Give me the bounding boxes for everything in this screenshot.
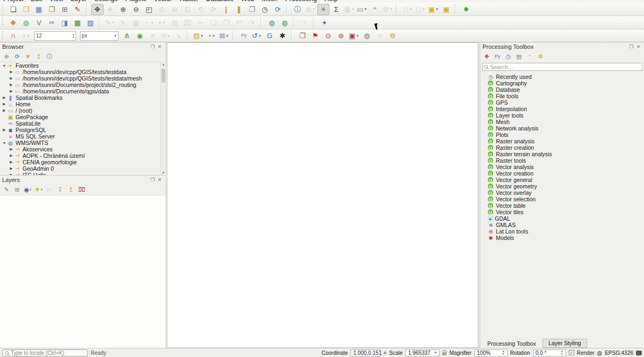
results-viewer-button[interactable]: ▤ bbox=[514, 52, 524, 61]
add-geopackage-layer-button[interactable]: ◍ bbox=[20, 17, 32, 28]
tree-item-ms-sql-server[interactable]: »MS SQL Server bbox=[0, 133, 165, 140]
new-bookmark-button[interactable]: ❙ bbox=[220, 4, 232, 15]
tree-item-raster-tools[interactable]: QRaster tools bbox=[480, 157, 644, 164]
field-calculator-button[interactable]: ▣ bbox=[440, 4, 452, 15]
tree-item-raster-terrain-analysis[interactable]: QRaster terrain analysis bbox=[480, 151, 644, 157]
tree-item-spatial-bookmarks[interactable]: ▶❚Spatial Bookmarks bbox=[0, 94, 165, 101]
processing-float-button[interactable]: ❐ bbox=[628, 44, 635, 49]
tree-item-geopackage[interactable]: ▣GeoPackage bbox=[0, 114, 165, 120]
add-raster-layer-button[interactable]: ▦ bbox=[71, 17, 84, 28]
browser-refresh-button[interactable]: ⟳ bbox=[12, 52, 22, 61]
quick-map-pin-button[interactable]: ⚑ bbox=[309, 30, 321, 41]
tree-item-plots[interactable]: QPlots bbox=[480, 132, 644, 138]
tree-item-postgresql[interactable]: ▶◙PostgreSQL bbox=[0, 127, 165, 133]
add-group-button[interactable]: ⊞ bbox=[12, 185, 22, 194]
tree-item-vector-overlay[interactable]: QVector overlay bbox=[480, 190, 644, 196]
zoom-to-coordinates-button[interactable]: ⊚ bbox=[335, 30, 347, 41]
measure-button[interactable]: ▭▼ bbox=[356, 4, 368, 15]
tab-layer-styling[interactable]: Layer Styling bbox=[543, 339, 587, 348]
copy-coordinates-button[interactable]: ❐ bbox=[296, 30, 309, 41]
tree-item-vector-geometry[interactable]: QVector geometry bbox=[480, 183, 644, 190]
tree-item-vector-table[interactable]: QVector table bbox=[480, 202, 644, 209]
crs-indicator[interactable]: EPSG:4326 bbox=[605, 350, 633, 356]
map-tips-button[interactable]: ❝ bbox=[369, 4, 381, 15]
plugin-settings-button[interactable]: ⚙ bbox=[386, 30, 399, 41]
add-arcgis-service-button[interactable]: ◍ bbox=[279, 17, 291, 28]
tree-item-lat-lon-tools[interactable]: ⊕Lat Lon tools bbox=[480, 228, 644, 235]
expand-arrow-icon[interactable]: ▶ bbox=[9, 166, 14, 171]
new-shapefile-layer-button[interactable]: ✑ bbox=[46, 17, 58, 28]
expand-arrow-icon[interactable]: ▶ bbox=[9, 76, 14, 81]
tree-item-geoadmin-0[interactable]: ▶⊣GeoAdmin 0 bbox=[0, 165, 165, 172]
extents-toggle-icon[interactable]: ⌖ bbox=[383, 349, 386, 356]
menu-web[interactable]: Web bbox=[241, 0, 254, 3]
menu-project[interactable]: Project bbox=[3, 0, 23, 3]
metasearch-button[interactable]: ✹ bbox=[460, 4, 472, 15]
add-delimited-text-layer-button[interactable]: ◨ bbox=[58, 17, 71, 28]
layer-labeling-options-button[interactable]: ▤▼ bbox=[192, 30, 204, 41]
statistics-button[interactable]: Σ bbox=[330, 4, 342, 15]
layers-close-button[interactable]: ✕ bbox=[156, 177, 163, 183]
expand-arrow-icon[interactable]: ▶ bbox=[9, 89, 14, 93]
menu-settings[interactable]: Settings bbox=[94, 0, 118, 3]
toolbar-handle[interactable] bbox=[2, 18, 5, 27]
tree-item-mesh[interactable]: QMesh bbox=[480, 119, 644, 125]
models-menu-button[interactable]: ❖ bbox=[482, 52, 492, 61]
georeferencer-button[interactable]: ✦ bbox=[318, 17, 331, 28]
tree-item-itc-halle[interactable]: ▶⊣ITC Halle bbox=[0, 172, 165, 175]
scale-combobox[interactable]: 1:965337▼ bbox=[405, 349, 440, 356]
collapse-all-button[interactable]: ↥ bbox=[66, 185, 76, 194]
expand-arrow-icon[interactable]: ▶ bbox=[9, 160, 14, 164]
topological-editing-button[interactable]: ⋔ bbox=[121, 30, 133, 41]
snapping-tolerance-spinbox[interactable]: 12 ▲▼ bbox=[34, 31, 76, 41]
scripts-menu-button[interactable]: Py bbox=[493, 52, 502, 61]
magnifier-spinbox[interactable]: 100% ▲▼ bbox=[474, 349, 508, 356]
snapping-toggle-button[interactable]: ∩ bbox=[7, 30, 19, 41]
tree-item-cenia-geomorfologie[interactable]: ▶⊣CENIA geomorfologie bbox=[0, 159, 165, 165]
pin-labels-button[interactable]: ⊠▼ bbox=[218, 30, 230, 41]
toolbar-handle[interactable] bbox=[2, 4, 5, 14]
menu-processing[interactable]: Processing bbox=[285, 0, 317, 3]
menu-raster[interactable]: Raster bbox=[180, 0, 199, 3]
expand-arrow-icon[interactable]: ▶ bbox=[9, 154, 14, 158]
processing-close-button[interactable]: ✕ bbox=[635, 44, 642, 49]
tree-item-spatialite[interactable]: ✑SpatiaLite bbox=[0, 120, 165, 127]
collapse-arrow-icon[interactable]: ▼ bbox=[2, 64, 7, 68]
new-project-button[interactable]: ❏ bbox=[7, 4, 19, 15]
tree-item-network-analysis[interactable]: QNetwork analysis bbox=[480, 125, 644, 132]
python-console-button[interactable]: Py bbox=[238, 30, 250, 41]
map-canvas[interactable] bbox=[167, 42, 478, 348]
tree-item-wms-wmts[interactable]: ▼◍WMS/WMTS bbox=[0, 140, 165, 146]
reload-plugins-button[interactable]: ↺▼ bbox=[251, 30, 263, 41]
layers-list-empty[interactable] bbox=[0, 195, 165, 348]
browser-scrollbar[interactable]: ▲ ▼ bbox=[160, 62, 165, 175]
zoom-out-button[interactable]: ⊖ bbox=[130, 4, 142, 15]
tab-processing-toolbox[interactable]: Processing Toolbox bbox=[482, 340, 541, 348]
tree-item-home-isunni-dev-cpp-qgis-tests-testdata[interactable]: ▶▭/home/isunni/dev/cpp/QGIS/tests/testda… bbox=[0, 69, 165, 75]
toolbar-handle[interactable] bbox=[2, 31, 5, 41]
select-by-expression-button[interactable]: ▣▼ bbox=[427, 4, 440, 15]
filter-legend-button[interactable]: ▼▼ bbox=[34, 185, 43, 194]
tree-item-favorites[interactable]: ▼★Favorites bbox=[0, 62, 165, 69]
processing-search-input[interactable]: Search… bbox=[482, 63, 642, 71]
render-checkbox[interactable]: ✓ bbox=[569, 350, 574, 355]
tree-item-gmlas[interactable]: GGMLAS bbox=[480, 222, 644, 228]
tree-item-interpolation[interactable]: QInterpolation bbox=[480, 106, 644, 112]
spin-arrows-icon[interactable]: ▲▼ bbox=[72, 33, 75, 39]
history-button[interactable]: ◷ bbox=[503, 52, 513, 61]
style-manager-button[interactable]: ✎ bbox=[71, 4, 84, 15]
browser-add-selected-layers-button[interactable]: ⊕ bbox=[2, 52, 11, 61]
snapping-unit-combobox[interactable]: px ▼ bbox=[80, 31, 119, 41]
expand-arrow-icon[interactable]: ▶ bbox=[9, 70, 14, 74]
menu-help[interactable]: Help bbox=[325, 0, 338, 3]
new-print-layout-button[interactable]: ❐ bbox=[46, 4, 58, 15]
pan-map-button[interactable]: ✥ bbox=[91, 4, 104, 15]
tree-item-gps[interactable]: QGPS bbox=[480, 99, 644, 106]
browser-filter-button[interactable]: ▼ bbox=[23, 52, 33, 61]
expand-all-button[interactable]: ↧ bbox=[55, 185, 65, 194]
expand-arrow-icon[interactable]: ▶ bbox=[2, 128, 7, 132]
browser-collapse-all-button[interactable]: ↥ bbox=[34, 52, 43, 61]
layer-diagram-options-button[interactable]: ◔▼ bbox=[205, 30, 217, 41]
expand-arrow-icon[interactable]: ▶ bbox=[2, 96, 7, 100]
menu-edit[interactable]: Edit bbox=[31, 0, 42, 3]
